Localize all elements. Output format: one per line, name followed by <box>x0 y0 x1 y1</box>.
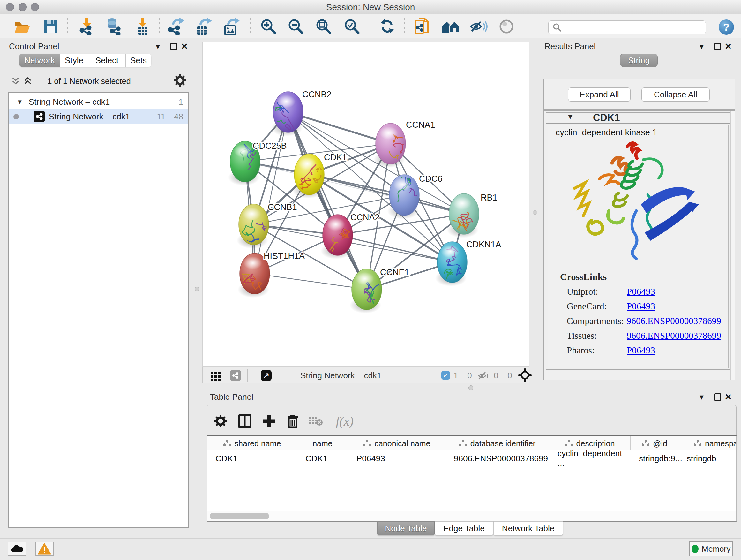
crosslink-label: Tissues: <box>567 330 597 341</box>
detach-view-button[interactable]: ↗ <box>261 370 272 381</box>
crosslink-row: GeneCard: P06493 <box>567 301 723 314</box>
fx-icon: f(x) <box>336 414 354 429</box>
column-header--id[interactable]: @id <box>630 436 678 450</box>
zoom-fit-button[interactable] <box>315 17 333 36</box>
crosslink-link[interactable]: P06493 <box>627 345 655 356</box>
control-panel-menu-icon[interactable]: ▾ <box>156 42 160 51</box>
network-type-icon[interactable] <box>230 370 241 381</box>
tree-expanded-icon[interactable]: ▼ <box>17 98 23 106</box>
save-session-button[interactable] <box>42 17 60 36</box>
cloud-icon <box>10 544 23 553</box>
expand-all-button[interactable]: Expand All <box>568 87 630 102</box>
network-row-selected[interactable]: String Network – cdk1 11 48 <box>9 109 188 124</box>
results-list: ▼ CDK1 cyclin–dependent kinase 1 <box>543 111 735 380</box>
crosslink-link[interactable]: P06493 <box>627 287 655 297</box>
cloud-button[interactable] <box>8 542 26 556</box>
plus-icon <box>262 414 276 428</box>
tab-sets[interactable]: Sets <box>126 54 151 67</box>
table-row[interactable]: CDK1CDK1P064939606.ENSP00000378699cyclin… <box>207 451 737 466</box>
tab-style[interactable]: Style <box>60 54 88 67</box>
import-network-button[interactable] <box>78 17 96 36</box>
column-header-name[interactable]: name <box>297 436 348 450</box>
horizontal-splitter-handle[interactable] <box>468 385 473 390</box>
network-collection-row[interactable]: ▼ String Network – cdk1 1 <box>9 95 188 109</box>
column-header-namespace[interactable]: namespace <box>678 436 737 450</box>
network-home-button[interactable] <box>442 17 460 36</box>
results-panel-close-icon[interactable]: × <box>725 42 731 51</box>
table-cell[interactable]: CDK1 <box>297 451 348 466</box>
tab-node-table[interactable]: Node Table <box>377 521 434 536</box>
main-toolbar: ? <box>0 14 741 38</box>
svg-text:CDK1: CDK1 <box>324 152 347 162</box>
tab-select[interactable]: Select <box>88 54 126 67</box>
open-session-button[interactable] <box>13 17 31 36</box>
tab-network[interactable]: Network <box>19 54 60 67</box>
table-settings-button[interactable] <box>212 413 229 429</box>
export-network-button[interactable] <box>167 17 185 36</box>
help-button[interactable]: ? <box>719 19 734 35</box>
left-splitter-handle[interactable] <box>195 287 199 292</box>
tab-edge-table[interactable]: Edge Table <box>434 521 493 536</box>
show-columns-button[interactable] <box>237 413 253 429</box>
toolbar-divider <box>159 18 159 34</box>
import-network-from-database-button[interactable] <box>105 17 123 36</box>
gene-card-header[interactable]: ▼ CDK1 <box>546 113 730 124</box>
export-image-button[interactable] <box>222 17 240 36</box>
zoom-selected-icon <box>344 18 360 35</box>
network-canvas[interactable]: CCNB2CCNA1CDC25BCDK1CDC6RB1CCNB1CCNA2CDK… <box>202 42 529 367</box>
move-target-icon[interactable] <box>518 368 532 382</box>
crosslink-link[interactable]: 9606.ENSP00000378699 <box>627 330 721 341</box>
collapse-triangle-icon[interactable]: ▼ <box>567 113 574 121</box>
control-panel-float-icon[interactable] <box>171 43 178 51</box>
copy-share-button[interactable] <box>413 17 431 36</box>
tab-network-table[interactable]: Network Table <box>493 521 563 536</box>
table-cell[interactable]: stringdb <box>678 451 737 466</box>
selected-checkbox-icon[interactable]: ✓ <box>441 371 450 380</box>
refresh-button[interactable] <box>379 17 396 36</box>
table-panel-float-icon[interactable] <box>714 393 721 401</box>
collection-count: 1 <box>179 97 183 107</box>
collapse-all-button[interactable]: Collapse All <box>642 87 710 102</box>
zoom-selected-button[interactable] <box>343 17 361 36</box>
hide-selected-button[interactable] <box>470 17 488 36</box>
column-header-database-identifier[interactable]: database identifier <box>446 436 549 450</box>
column-type-icon <box>223 440 231 447</box>
table-tabs: Node Table Edge Table Network Table <box>377 521 563 536</box>
zoom-in-button[interactable] <box>259 17 277 36</box>
import-network-icon <box>78 17 95 36</box>
delete-column-button[interactable] <box>284 413 301 429</box>
results-panel-menu-icon[interactable]: ▾ <box>699 42 704 51</box>
svg-text:CCNB2: CCNB2 <box>302 90 332 99</box>
import-table-button[interactable] <box>134 17 151 36</box>
crosslink-link[interactable]: 9606.ENSP00000378699 <box>627 316 721 326</box>
crosslink-link[interactable]: P06493 <box>627 301 655 312</box>
network-label: String Network – cdk1 <box>49 112 130 122</box>
observe-button[interactable] <box>497 17 515 36</box>
table-hscrollbar[interactable] <box>207 511 737 522</box>
table-toolbar: f(x) <box>207 405 737 435</box>
results-scrollbar[interactable] <box>731 111 735 380</box>
column-header-shared-name[interactable]: shared name <box>207 436 297 450</box>
table-panel-close-icon[interactable]: × <box>725 392 731 401</box>
export-table-button[interactable] <box>195 17 212 36</box>
tab-string[interactable]: String <box>620 54 658 67</box>
table-hscrollbar-thumb[interactable] <box>210 513 269 519</box>
table-cell[interactable]: stringdb:9... <box>630 451 678 466</box>
table-cell[interactable]: CDK1 <box>207 451 297 466</box>
add-column-button[interactable] <box>261 413 277 429</box>
right-splitter-handle[interactable] <box>533 210 537 215</box>
search-input[interactable] <box>564 23 705 32</box>
table-cell[interactable]: 9606.ENSP00000378699 <box>446 451 549 466</box>
results-panel-float-icon[interactable] <box>714 43 721 51</box>
table-cell[interactable]: P06493 <box>348 451 446 466</box>
table-cell[interactable]: cyclin–dependent ... <box>549 451 630 466</box>
control-panel-close-icon[interactable]: × <box>181 42 188 51</box>
gear-icon[interactable] <box>174 74 186 87</box>
column-header-canonical-name[interactable]: canonical name <box>348 436 446 450</box>
warning-button[interactable] <box>35 542 54 556</box>
zoom-out-button[interactable] <box>287 17 305 36</box>
memory-button[interactable]: Memory <box>689 542 733 556</box>
search-field[interactable] <box>548 20 706 35</box>
birdseye-grid-icon[interactable] <box>211 372 220 381</box>
table-panel-menu-icon[interactable]: ▾ <box>699 393 704 401</box>
